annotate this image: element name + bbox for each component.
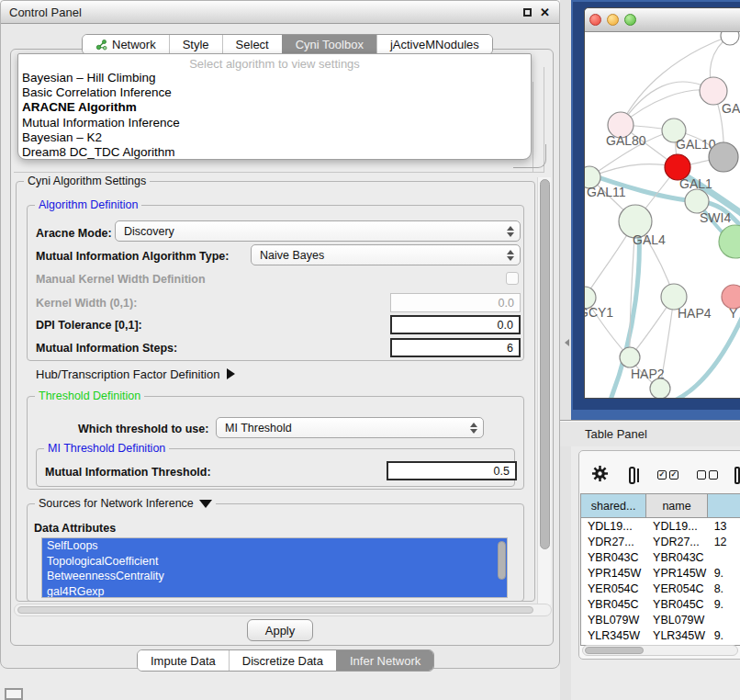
algorithm-option[interactable]: ARACNE Algorithm (18, 100, 531, 115)
column-header[interactable]: name (646, 494, 708, 517)
tab-infer-network[interactable]: Infer Network (336, 650, 433, 671)
float-icon[interactable] (523, 8, 532, 17)
control-panel-window: Control Panel ✕ (0, 0, 560, 669)
kernel-width-field[interactable]: 0.0 (390, 293, 521, 312)
network-window-titlebar[interactable] (585, 8, 740, 32)
hub-definition-label: Hub/Transcription Factor Definition (36, 367, 219, 381)
which-threshold-label: Which threshold to use: (78, 423, 208, 435)
aracne-mode-combobox[interactable]: Discovery (115, 220, 521, 242)
table-cell: YBR043C (581, 549, 646, 565)
attribute-item[interactable]: TopologicalCoefficient (42, 554, 507, 570)
manual-kernel-width-checkbox[interactable] (506, 272, 519, 285)
mi-threshold-field[interactable]: 0.5 (387, 461, 517, 480)
spinner-arrows-icon (470, 418, 477, 437)
mac-close-icon[interactable] (589, 14, 601, 26)
select-all-columns-icon[interactable]: ✓ ✓ (657, 470, 678, 480)
dpi-tolerance-field[interactable]: 0.0 (390, 315, 521, 334)
tab-discretize-data[interactable]: Discretize Data (229, 650, 336, 671)
algorithm-option[interactable]: Dream8 DC_TDC Algorithm (18, 145, 531, 160)
table-row[interactable]: YBL079WYBL079W (581, 612, 740, 627)
spinner-arrows-icon (507, 245, 514, 265)
mac-minimize-icon[interactable] (607, 14, 619, 26)
network-node-label: GAL80 (606, 133, 646, 148)
field-value: 0.5 (494, 465, 510, 478)
table-panel-titlebar[interactable]: Table Panel (560, 421, 740, 446)
network-canvas[interactable]: GALGAL80GAL10GAL1GAL11SWI4GAL4GCY1HAP4YH… (585, 32, 740, 399)
table-row[interactable]: YDL19...YDL19...13 (581, 518, 740, 534)
column-header[interactable] (708, 494, 740, 517)
scrollbar-thumb[interactable] (585, 647, 644, 654)
sources-toggle[interactable]: Sources for Network Inference (35, 497, 216, 510)
table-toolbar: ✓ ✓ (578, 462, 740, 488)
settings-horizontal-scrollbar[interactable] (14, 604, 552, 616)
table-cell: YLR345W (646, 627, 708, 643)
attribute-item[interactable]: SelfLoops (42, 538, 507, 554)
table-row[interactable]: YBR043CYBR043C (581, 549, 740, 565)
close-icon[interactable]: ✕ (540, 6, 550, 18)
data-attributes-list[interactable]: SelfLoopsTopologicalCoefficientBetweenne… (41, 537, 508, 598)
network-node[interactable] (721, 32, 739, 45)
checked-box-icon: ✓ (657, 470, 667, 480)
network-node[interactable] (650, 378, 670, 399)
table-cell: YBR045C (646, 596, 708, 612)
network-node[interactable] (620, 347, 640, 367)
network-node-label: GAL (722, 101, 740, 116)
splitter-collapse-icon[interactable] (565, 339, 569, 346)
group-title: Threshold Definition (35, 390, 144, 402)
list-scrollbar-thumb[interactable] (498, 541, 506, 580)
algorithm-list: Bayesian – Hill ClimbingBasic Correlatio… (18, 71, 531, 160)
sources-title: Sources for Network Inference (39, 497, 194, 510)
table-row[interactable]: YER054CYER054C8. (581, 581, 740, 596)
algorithm-option[interactable]: Bayesian – K2 (18, 130, 531, 145)
panel-splitter[interactable] (560, 0, 571, 700)
tab-cyni-toolbox[interactable]: Cyni Toolbox (282, 35, 376, 54)
network-node[interactable] (709, 142, 738, 172)
attribute-item[interactable]: BetweennessCentrality (42, 569, 507, 584)
tab-network[interactable]: Network (83, 35, 169, 54)
group-title: MI Threshold Definition (44, 442, 169, 455)
gear-icon[interactable] (591, 465, 609, 486)
export-table-icon[interactable] (734, 467, 740, 484)
dock-button[interactable] (5, 688, 23, 700)
mi-algorithm-type-combobox[interactable]: Naive Bayes (251, 244, 521, 265)
control-panel-titlebar[interactable]: Control Panel ✕ (1, 1, 559, 24)
tab-jactivemnodules[interactable]: jActiveMNodules (376, 35, 492, 54)
table-cell: YDL19... (646, 518, 708, 534)
table-cell: 13 (708, 518, 740, 534)
mac-zoom-icon[interactable] (624, 14, 636, 26)
scrollbar-thumb[interactable] (540, 179, 550, 549)
tab-impute-data[interactable]: Impute Data (138, 650, 229, 671)
window-title: Control Panel (1, 6, 82, 19)
show-columns-icon[interactable] (629, 467, 635, 484)
table-row[interactable]: YDR27...YDR27...12 (581, 534, 740, 549)
scrollbar-thumb[interactable] (17, 606, 533, 614)
column-header[interactable]: shared... (581, 494, 646, 517)
tab-select[interactable]: Select (222, 35, 282, 54)
attribute-item[interactable]: gal4RGexp (42, 584, 507, 599)
table-row[interactable]: YPR145WYPR145W9. (581, 565, 740, 581)
apply-button[interactable]: Apply (247, 619, 313, 641)
expanded-arrow-icon (199, 500, 212, 508)
settings-vertical-scrollbar[interactable] (537, 177, 551, 604)
hub-definition-toggle[interactable]: Hub/Transcription Factor Definition (36, 367, 235, 381)
control-panel-tab-bar: Network Style Select Cyni Toolbox jActiv… (82, 34, 493, 55)
algorithm-dropdown-placeholder: Select algorithm to view settings (18, 54, 531, 71)
algorithm-option[interactable]: Bayesian – Hill Climbing (18, 71, 531, 85)
field-value: 0.0 (499, 297, 514, 310)
table-row[interactable]: YLR345WYLR345W9. (581, 627, 740, 643)
table-horizontal-scrollbar[interactable] (582, 645, 738, 656)
table-row[interactable]: YBR045CYBR045C9. (581, 596, 740, 612)
algorithm-option[interactable]: Mutual Information Inference (18, 116, 531, 130)
table-cell: 9. (708, 627, 740, 643)
algorithm-option[interactable]: Basic Correlation Inference (18, 85, 531, 100)
which-threshold-combobox[interactable]: MI Threshold (216, 417, 484, 438)
mi-steps-field[interactable]: 6 (390, 338, 521, 357)
unselect-all-columns-icon[interactable] (697, 470, 718, 480)
table-cell: YDL19... (581, 518, 646, 534)
mi-steps-label: Mutual Information Steps: (36, 342, 177, 355)
table-body: YDL19...YDL19...13YDR27...YDR27...12YBR0… (581, 518, 740, 646)
tab-style[interactable]: Style (169, 35, 222, 54)
network-node-label: GAL10 (676, 137, 716, 152)
tab-label: Infer Network (350, 654, 420, 668)
table-cell: 9. (708, 596, 740, 612)
